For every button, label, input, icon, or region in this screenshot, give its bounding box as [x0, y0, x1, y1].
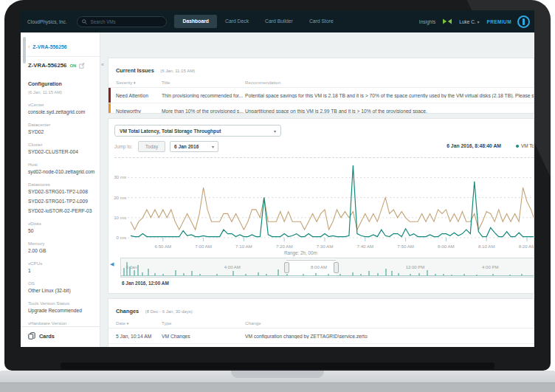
laptop-base-bottom: [0, 382, 555, 392]
overview-bar: [328, 274, 329, 276]
config-value: 2.00 GB: [28, 248, 100, 253]
date-selector-value: 6 Jan 2016: [174, 144, 199, 149]
open-external-icon[interactable]: [79, 63, 85, 69]
config-value: SYD02: [28, 129, 100, 134]
performance-chart-card: VM Total Latency, Total Storage Throughp…: [108, 118, 534, 294]
search-box[interactable]: [77, 16, 167, 27]
issue-row[interactable]: Need AttentionThin provisioning recommen…: [108, 88, 534, 103]
back-icon: ‹: [28, 44, 30, 49]
laptop-frame: CloudPhysics, Inc. DashboardCard DeckCar…: [0, 0, 555, 392]
col-severity[interactable]: Severity ▾: [116, 80, 162, 85]
search-icon: [82, 19, 87, 24]
legend-label: VM Total Latency: [521, 143, 534, 148]
vm-breadcrumb[interactable]: ‹Z-VRA-556256: [21, 32, 100, 57]
collapse-sidebar-icon[interactable]: «: [101, 62, 104, 67]
chevron-down-icon: ▾: [212, 144, 214, 149]
config-value: syd02-node-010.zettagrid.com: [28, 169, 100, 174]
sort-caret-icon: ▾: [134, 80, 136, 85]
col-recommendation[interactable]: Recommendation: [245, 80, 534, 85]
config-label: Datacenter: [28, 122, 100, 127]
overview-bar: [315, 273, 317, 276]
x-axis-tick: 7:50 AM: [397, 244, 414, 249]
tab-dashboard[interactable]: Dashboard: [174, 15, 217, 28]
config-label: vCenter: [28, 102, 100, 107]
range-handle-left[interactable]: [284, 262, 289, 273]
y-axis-tick: 10 ms: [114, 215, 126, 220]
issues-table-body: Need AttentionThin provisioning recommen…: [108, 88, 534, 114]
share-icon[interactable]: [443, 18, 452, 24]
config-value: Upgrade Recommended: [28, 308, 100, 313]
overview-shade-right: [336, 258, 534, 277]
x-axis-tick: 7:00 AM: [195, 244, 212, 249]
config-section: Configuration (6 Jan, 11:15 AM): [21, 69, 100, 94]
config-value: Other Linux (32-bit): [28, 288, 100, 293]
sort-caret-icon: ▾: [127, 321, 129, 326]
premium-badge: PREMIUM: [487, 19, 512, 24]
config-value: SYD02-CLUSTER-004: [28, 149, 100, 154]
config-section-title: Configuration: [28, 81, 62, 86]
config-label: OS: [28, 281, 100, 286]
config-label: Host: [28, 162, 100, 167]
insights-link[interactable]: Insights: [419, 19, 435, 24]
issue-severity: Noteworthy: [116, 109, 162, 114]
overview-time-label: 8:00 AM: [311, 265, 327, 269]
overview-shade-left: [121, 258, 286, 277]
config-label: Cluster: [28, 142, 100, 147]
topbar: CloudPhysics, Inc. DashboardCard DeckCar…: [21, 10, 534, 32]
issue-row[interactable]: NoteworthyMore than 10% of the provision…: [108, 103, 534, 114]
config-value: 1: [28, 268, 100, 273]
breadcrumb-vm-link: Z-VRA-556256: [32, 44, 66, 49]
col-type[interactable]: Type: [162, 320, 245, 326]
vm-header: Z-VRA-556256 ON: [21, 57, 100, 69]
tab-card-store[interactable]: Card Store: [301, 15, 342, 28]
config-value: console.syd.zettagrid.com: [28, 109, 100, 114]
cursor-timestamp: 6 Jan 2016, 8:48:40 AM: [447, 143, 501, 148]
tab-card-builder[interactable]: Card Builder: [257, 15, 301, 28]
today-button[interactable]: Today: [138, 141, 165, 152]
config-label: vDisks: [28, 221, 100, 226]
config-timestamp: (6 Jan, 11:15 AM): [28, 90, 100, 94]
current-issues-card: Current Issues (6 Jan, 11:15 AM) Severit…: [108, 58, 534, 114]
col-title[interactable]: Title: [162, 80, 245, 85]
latency-throughput-chart: 0 ms10 ms20 ms30 ms6:50 AM7:00 AM7:10 AM…: [108, 159, 534, 254]
severity-bar: [108, 103, 111, 114]
y-axis-tick: 0 ms: [117, 235, 126, 240]
range-handle-right[interactable]: [334, 262, 339, 273]
cards-icon: [28, 332, 35, 340]
changes-timestamp: (8 Dec - 6 Jan, 30 days): [145, 309, 193, 314]
power-status-badge: ON: [69, 63, 76, 68]
screen: CloudPhysics, Inc. DashboardCard DeckCar…: [21, 10, 534, 347]
scrub-left-icon[interactable]: ◀: [110, 261, 114, 267]
col-date[interactable]: Date ▾: [116, 320, 162, 326]
chevron-down-icon: ▾: [477, 20, 479, 24]
config-value: SYD02-STRG01-TP2-L008: [28, 189, 100, 194]
change-row[interactable]: 4 Jan, 11:57 PMVM ChangesVM configuratio…: [108, 344, 534, 347]
date-selector[interactable]: 6 Jan 2016 ▾: [170, 141, 218, 152]
col-change[interactable]: Change: [245, 320, 534, 326]
tab-card-deck[interactable]: Card Deck: [217, 15, 257, 28]
base-notch: [231, 371, 324, 378]
divider: [114, 157, 534, 158]
user-menu[interactable]: Luke C. ▾: [459, 19, 479, 24]
legend-dot: [516, 145, 519, 148]
issue-recommendation: Potential space savings for this VM is 2…: [245, 93, 534, 98]
x-axis-tick: 8:20 AM: [519, 244, 534, 249]
cards-button[interactable]: Cards: [21, 326, 100, 344]
current-issues-timestamp: (6 Jan, 11:15 AM): [160, 69, 195, 73]
x-axis-tick: 8:10 AM: [478, 244, 495, 249]
issue-title: Thin provisioning recommended for...: [162, 93, 245, 98]
current-issues-title: Current Issues: [116, 67, 154, 74]
metric-selector-value: VM Total Latency, Total Storage Throughp…: [120, 128, 221, 134]
config-label: Memory: [28, 241, 100, 246]
timeline-overview[interactable]: 6 Jan4:00 AM8:00 AM12:00 PM4:00 PM: [120, 258, 534, 278]
x-axis-tick: 7:40 AM: [356, 244, 373, 249]
metric-selector[interactable]: VM Total Latency, Total Storage Throughp…: [114, 125, 281, 137]
issue-severity: Need Attention: [116, 93, 162, 98]
changes-card: Changes (8 Dec - 6 Jan, 30 days) Date ▾ …: [108, 298, 534, 347]
chart-svg: 0 ms10 ms20 ms30 ms6:50 AM7:00 AM7:10 AM…: [108, 159, 534, 254]
search-input[interactable]: [90, 19, 156, 24]
cards-label: Cards: [39, 333, 55, 340]
brand-text[interactable]: CloudPhysics, Inc.: [27, 19, 66, 24]
scrollbar-thumb[interactable]: [23, 37, 26, 63]
change-row[interactable]: 5 Jan, 10:14 AMVM ChangesVM configuratio…: [108, 329, 534, 344]
